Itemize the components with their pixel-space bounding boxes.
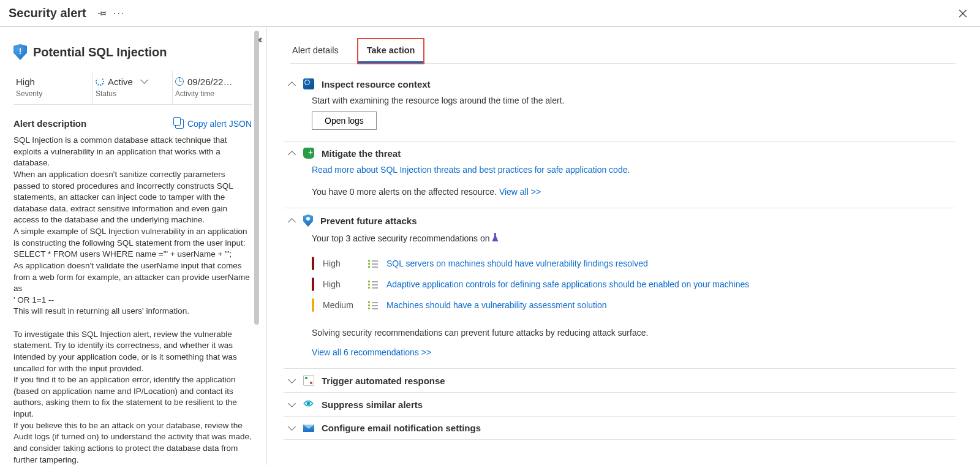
chevron-up-icon (287, 149, 296, 157)
status-label: Status (96, 89, 166, 98)
recommendation-link[interactable]: Adaptive application controls for defini… (386, 279, 749, 289)
section-prevent-header[interactable]: Prevent future attacks (284, 208, 956, 233)
alert-description-heading: Alert description (13, 118, 86, 129)
severity-bar (312, 278, 314, 291)
status-value: Active (108, 77, 133, 87)
pin-icon[interactable] (94, 5, 111, 22)
more-icon[interactable]: ··· (111, 5, 128, 22)
open-logs-button[interactable]: Open logs (312, 112, 377, 130)
tab-alert-details[interactable]: Alert details (290, 39, 341, 63)
prevent-top-text: Your top 3 active security recommendatio… (312, 233, 492, 243)
activity-time-label: Activity time (175, 89, 246, 98)
recommendation-severity: Medium (323, 300, 360, 310)
status-cell[interactable]: Active Status (93, 71, 173, 104)
section-inspect-title: Inspect resource context (322, 79, 431, 89)
clock-icon (175, 77, 184, 86)
prevent-icon (303, 214, 313, 227)
chevron-down-icon (287, 424, 296, 433)
recommendation-row[interactable]: MediumMachines should have a vulnerabili… (312, 295, 952, 316)
list-icon (368, 260, 378, 267)
list-icon (368, 301, 378, 309)
status-spinner-icon (96, 77, 104, 86)
alert-title: Potential SQL Injection (33, 45, 167, 59)
chevron-down-icon (287, 376, 296, 385)
trigger-icon (303, 375, 314, 386)
tab-bar: Alert details Take action (290, 39, 956, 64)
alert-meta-row: High Severity Active Status 09/26/22… (13, 71, 252, 105)
copy-alert-json-label: Copy alert JSON (187, 119, 252, 129)
section-suppress-header[interactable]: 👁 Suppress similar alerts (284, 393, 956, 417)
severity-bar (312, 298, 314, 312)
flask-icon (492, 233, 498, 241)
mitigate-more-text: You have 0 more alerts on the affected r… (312, 187, 499, 197)
email-icon (303, 425, 314, 432)
alert-description-body: SQL Injection is a common database attac… (13, 135, 252, 465)
recommendation-row[interactable]: HighAdaptive application controls for de… (312, 274, 952, 295)
section-suppress-title: Suppress similar alerts (322, 399, 423, 410)
mitigate-read-more-link[interactable]: Read more about SQL Injection threats an… (312, 165, 630, 175)
alert-summary-pane: Potential SQL Injection High Severity Ac… (0, 27, 260, 465)
prevent-solving-text: Solving security recommendations can pre… (312, 328, 952, 338)
severity-value: High (16, 77, 35, 87)
activity-time-value: 09/26/22… (187, 77, 232, 87)
inspect-icon (303, 78, 314, 89)
recommendation-row[interactable]: HighSQL servers on machines should have … (312, 253, 952, 274)
copy-alert-json-link[interactable]: Copy alert JSON (175, 119, 252, 129)
chevron-up-icon (287, 216, 296, 225)
inspect-text: Start with examining the resource logs a… (312, 96, 952, 105)
suppress-icon: 👁 (303, 399, 314, 410)
prevent-view-all-link[interactable]: View all 6 recommendations >> (312, 347, 431, 357)
activity-time-cell: 09/26/22… Activity time (173, 71, 252, 104)
tab-take-action[interactable]: Take action (358, 39, 424, 63)
pane-divider[interactable]: ‹‹ (260, 27, 271, 465)
action-pane: Alert details Take action Inspect resour… (271, 27, 980, 465)
list-icon (368, 281, 378, 288)
section-email-header[interactable]: Configure email notification settings (284, 417, 956, 440)
mitigate-icon (303, 148, 314, 159)
recommendation-severity: High (323, 279, 360, 289)
mitigate-view-all-link[interactable]: View all >> (499, 187, 541, 197)
page-title: Security alert (9, 6, 86, 20)
section-trigger-header[interactable]: Trigger automated response (284, 369, 956, 393)
close-icon[interactable] (954, 5, 971, 22)
section-prevent-title: Prevent future attacks (320, 216, 417, 226)
alert-shield-icon (13, 44, 27, 60)
section-email-title: Configure email notification settings (322, 423, 481, 433)
severity-cell: High Severity (13, 71, 93, 104)
section-mitigate-title: Mitigate the threat (322, 148, 401, 159)
copy-icon (175, 119, 184, 129)
chevron-down-icon (287, 400, 296, 409)
severity-bar (312, 257, 314, 270)
section-inspect-header[interactable]: Inspect resource context (284, 72, 956, 96)
recommendation-link[interactable]: Machines should have a vulnerability ass… (386, 300, 607, 310)
window-header: Security alert ··· (0, 0, 980, 27)
chevron-up-icon (287, 80, 296, 88)
recommendation-severity: High (323, 259, 360, 268)
section-trigger-title: Trigger automated response (322, 376, 445, 386)
chevron-down-icon[interactable] (137, 76, 147, 87)
section-mitigate-header[interactable]: Mitigate the threat (284, 142, 956, 165)
recommendation-link[interactable]: SQL servers on machines should have vuln… (386, 259, 648, 268)
severity-label: Severity (16, 89, 86, 98)
